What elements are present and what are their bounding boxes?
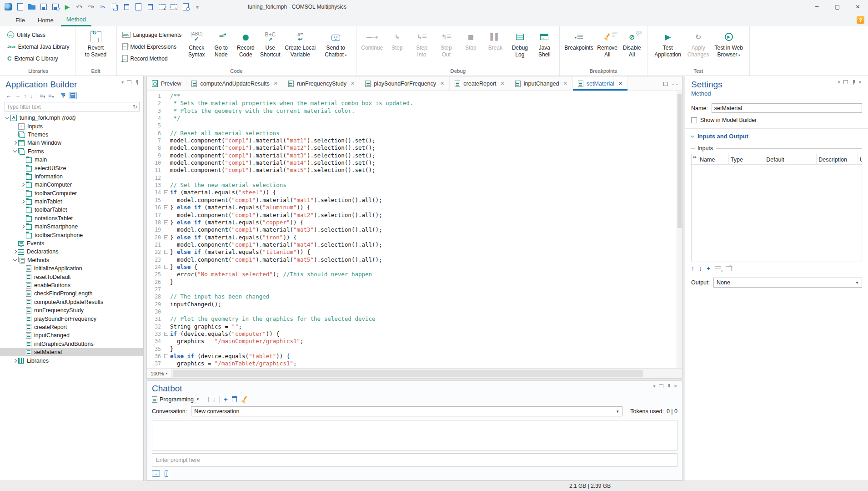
ribbon-button-external-c-library[interactable]: CExternal C Library xyxy=(5,53,72,64)
ribbon-button-external-java-library[interactable]: JavaExternal Java Library xyxy=(5,41,72,52)
panel-menu-icon[interactable]: ▾ xyxy=(653,384,656,389)
ribbon-button-go-to-node[interactable]: ≡Go toNode xyxy=(209,28,233,58)
new-file-button[interactable] xyxy=(15,1,25,12)
tree-item-initgraphicsandbuttons[interactable]: initGraphicsAndButtons xyxy=(0,340,143,348)
copy-button[interactable] xyxy=(109,1,120,12)
tree-item-maincomputer[interactable]: mainComputer xyxy=(0,181,143,189)
ribbon-tab-home[interactable]: Home xyxy=(32,14,59,26)
pin-icon[interactable] xyxy=(851,80,855,84)
tree-item-toolbartablet[interactable]: toolbarTablet xyxy=(0,206,143,214)
delete-conversation-icon[interactable] xyxy=(232,396,237,402)
help-button[interactable]: ? xyxy=(857,16,864,24)
ribbon-button-disable-all[interactable]: ⊘☑☑☑DisableAll xyxy=(620,28,644,58)
clear-conversation-icon[interactable] xyxy=(241,396,247,403)
vertical-scrollbar[interactable] xyxy=(677,91,682,368)
draw-box-button[interactable] xyxy=(168,1,179,12)
save-as-button[interactable] xyxy=(50,1,61,12)
close-panel-icon[interactable]: ✕ xyxy=(858,80,862,85)
inputs-table[interactable]: ▸▸NameTypeDefaultDescriptionUn xyxy=(691,154,862,262)
float-panel-icon[interactable] xyxy=(127,80,131,84)
tree-item-enablebuttons[interactable]: enableButtons xyxy=(0,281,143,289)
fold-marker[interactable]: − xyxy=(163,204,170,211)
panel-menu-icon[interactable]: ▾ xyxy=(838,80,840,85)
ribbon-button-remove-all[interactable]: ☑☑☑RemoveAll xyxy=(595,28,620,58)
ribbon-button-java-shell[interactable]: JavaShell xyxy=(532,28,557,58)
tree-item-notationstablet[interactable]: notationsTablet xyxy=(0,214,143,223)
fold-marker[interactable]: − xyxy=(163,234,170,241)
float-panel-icon[interactable] xyxy=(843,80,848,84)
tree-item-selectuisize[interactable]: selectUISize xyxy=(0,164,143,172)
tree-item-setmaterial[interactable]: setMaterial xyxy=(0,348,143,356)
filter-button[interactable]: ▾ xyxy=(60,93,65,98)
inputs-table-body[interactable] xyxy=(692,165,862,262)
expander-icon[interactable] xyxy=(19,200,26,203)
fold-marker[interactable]: − xyxy=(163,330,170,338)
close-icon[interactable]: ✕ xyxy=(274,81,278,86)
tree-item-playsoundforfrequency[interactable]: playSoundForFrequency xyxy=(0,314,143,323)
ribbon-button-check-syntax[interactable]: [ABC]✓CheckSyntax xyxy=(184,28,209,58)
delete-input-icon[interactable] xyxy=(715,266,721,271)
tree-item-forms[interactable]: Forms xyxy=(0,147,143,156)
save-button[interactable] xyxy=(38,1,49,12)
move-down-button[interactable]: ↓ xyxy=(699,265,702,272)
ribbon-button-test-application[interactable]: ▶TestApplication xyxy=(650,28,686,58)
close-panel-icon[interactable]: ✕ xyxy=(674,384,677,389)
tree-item-createreport[interactable]: createReport xyxy=(0,323,143,331)
ribbon-button-breakpoints[interactable]: Breakpoints xyxy=(562,28,595,51)
ribbon-button-record-code[interactable]: ●RecordCode xyxy=(233,28,258,58)
select-box-button[interactable] xyxy=(156,1,167,12)
ribbon-button-revert-to-saved[interactable]: Revertto Saved xyxy=(78,28,114,58)
tree-item-declarations[interactable]: Declarations xyxy=(0,248,143,256)
delete-button[interactable] xyxy=(145,1,156,12)
move-down-button[interactable]: ↓ xyxy=(30,92,33,99)
move-up-button[interactable]: ↑ xyxy=(691,265,694,272)
customize-menu-button[interactable]: ▾ xyxy=(192,1,203,12)
method-name-input[interactable] xyxy=(712,103,862,113)
add-input-button[interactable]: + xyxy=(707,265,710,272)
prompt-input[interactable] xyxy=(156,457,673,463)
fold-marker[interactable]: − xyxy=(163,263,170,271)
move-left-button[interactable]: ← xyxy=(5,92,11,99)
tree-item-toolbarcomputer[interactable]: toolbarComputer xyxy=(0,189,143,197)
collapse-pane-icon[interactable]: ⌄⌄ xyxy=(672,81,678,86)
edit-table-icon[interactable] xyxy=(726,266,732,271)
tab-computeandupdateresults[interactable]: computeAndUpdateResults✕ xyxy=(186,76,283,91)
tree-item-computeandupdateresults[interactable]: computeAndUpdateResults xyxy=(0,298,143,306)
fold-marker[interactable]: − xyxy=(163,219,170,226)
tree-item-main-window[interactable]: Main Window xyxy=(0,139,143,147)
expand-all-button[interactable]: ≡↑▾ xyxy=(40,92,45,99)
close-icon[interactable]: ✕ xyxy=(440,81,444,86)
fold-marker[interactable]: − xyxy=(163,353,170,360)
maximize-button[interactable]: ▢ xyxy=(827,0,848,14)
expander-icon[interactable] xyxy=(11,151,18,152)
float-panel-icon[interactable] xyxy=(659,384,663,388)
ribbon-button-model-expressions[interactable]: Model Expressions xyxy=(120,41,185,52)
tree-item-events[interactable]: Events xyxy=(0,239,143,248)
expander-icon[interactable] xyxy=(11,250,18,253)
tree-item-main[interactable]: main xyxy=(0,156,143,164)
expander-icon[interactable] xyxy=(19,225,26,228)
doc-search-button[interactable] xyxy=(180,1,191,12)
code-editor[interactable]: 1/**2 * Sets the material properties whe… xyxy=(147,91,682,368)
close-icon[interactable]: ✕ xyxy=(501,81,505,86)
close-icon[interactable]: ✕ xyxy=(351,81,355,86)
zoom-control[interactable]: 100% ▾ xyxy=(147,369,171,378)
ribbon-tab-method[interactable]: Method xyxy=(61,14,91,26)
tree-filter-input[interactable] xyxy=(7,104,133,110)
ribbon-button-create-local-variable[interactable]: a=↩Create LocalVariable xyxy=(282,28,318,58)
tab-inputchanged[interactable]: inputChanged✕ xyxy=(510,76,573,91)
send-prompt-button[interactable]: → xyxy=(152,470,160,477)
tab-playsoundforfrequency[interactable]: playSoundForFrequency✕ xyxy=(360,76,450,91)
paste-button[interactable] xyxy=(121,1,132,12)
move-right-button[interactable]: → xyxy=(15,92,20,99)
fold-marker[interactable]: − xyxy=(163,189,170,196)
tree-item-resettodefault[interactable]: resetToDefault xyxy=(0,273,143,281)
tree-item-tuning-fork-mph[interactable]: Atuning_fork.mph(root) xyxy=(0,114,143,122)
output-select[interactable]: None ▼ xyxy=(713,278,862,288)
expander-icon[interactable] xyxy=(4,117,10,119)
conversation-select[interactable]: New conversation ▼ xyxy=(191,406,622,416)
horizontal-scrollbar[interactable] xyxy=(171,369,682,378)
tree-item-toolbarsmartphone[interactable]: toolbarSmartphone xyxy=(0,231,143,239)
ribbon-tab-file[interactable]: File xyxy=(10,14,30,26)
show-in-model-builder-checkbox[interactable] xyxy=(691,117,697,123)
